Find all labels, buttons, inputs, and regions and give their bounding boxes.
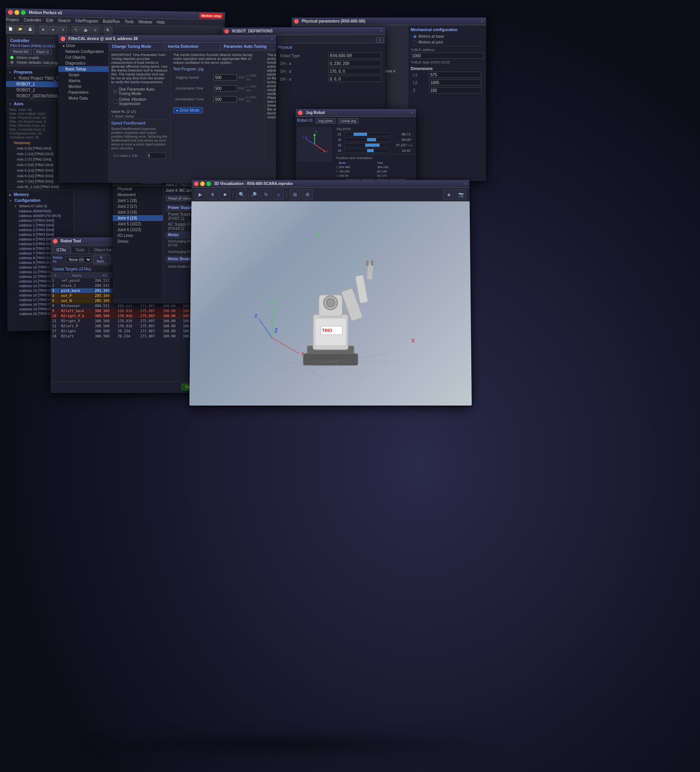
- tab-gtas[interactable]: GTAs: [52, 246, 70, 253]
- tuning-alarms[interactable]: Alarms: [58, 78, 108, 84]
- drives-physical[interactable]: Physical: [113, 186, 163, 192]
- ethercat-item[interactable]: ▼ EtherCAT (Slot 0): [7, 203, 74, 209]
- toolbar-play[interactable]: ▶: [39, 25, 48, 33]
- vp-view-btn[interactable]: ◈: [443, 189, 454, 200]
- addr-0[interactable]: Address 0 [TRIO DX4]: [7, 218, 73, 223]
- toolbar-pause[interactable]: ⏸: [58, 26, 67, 34]
- menu-controller[interactable]: Controller: [24, 18, 41, 23]
- linear-jog-btn[interactable]: Linear jog: [338, 118, 359, 124]
- close-btn[interactable]: [53, 239, 58, 244]
- tuning-scope[interactable]: Scope: [58, 72, 108, 78]
- close-btn[interactable]: [61, 37, 65, 41]
- motor-base-radio[interactable]: [413, 35, 417, 39]
- l1-input[interactable]: [429, 72, 481, 78]
- close-btn[interactable]: [194, 181, 199, 186]
- drive-mode-btn[interactable]: ▸ Drive Mode: [173, 107, 203, 114]
- read-all-btn[interactable]: Read All Values: [166, 196, 196, 201]
- config-section[interactable]: ▼ Configuration: [7, 197, 74, 204]
- vp-zoom-out-btn[interactable]: 🔎: [248, 189, 259, 200]
- flash-btn[interactable]: Flash O: [33, 49, 52, 55]
- tuning-drive[interactable]: ▸ Drive: [58, 43, 108, 49]
- vp-settings-btn[interactable]: ⚙: [302, 189, 313, 200]
- drives-j1[interactable]: Joint 1 (18): [113, 198, 163, 204]
- vp-home-btn[interactable]: ⌂: [273, 189, 284, 200]
- tab-tools[interactable]: Tools: [71, 246, 89, 253]
- motion-enable-label[interactable]: Motion enable: [17, 56, 39, 60]
- dh-a-input[interactable]: [328, 60, 382, 66]
- one-param-cb[interactable]: [114, 89, 117, 93]
- j4-slider[interactable]: [344, 149, 390, 153]
- memory-section[interactable]: ▶ Memory: [7, 191, 74, 198]
- tuning-colobjects[interactable]: Col Objects: [58, 54, 108, 60]
- min-btn[interactable]: [200, 181, 205, 186]
- menu-tools[interactable]: Tools: [124, 19, 133, 24]
- tuning-params[interactable]: Parameters: [58, 89, 108, 95]
- online-vib-cb[interactable]: [114, 100, 117, 104]
- menu-window[interactable]: Window: [138, 20, 152, 25]
- drives-j2[interactable]: Joint 2 (17): [113, 204, 163, 209]
- drives-drives[interactable]: Drives: [113, 239, 163, 244]
- jog-speed-input[interactable]: [214, 74, 237, 81]
- menu-fileprogram[interactable]: File/Program: [75, 19, 98, 23]
- vp-pause-btn[interactable]: ⏸: [207, 189, 218, 200]
- drives-j3[interactable]: Joint 3 (18): [113, 209, 163, 215]
- toolbar-robot[interactable]: 🤖: [81, 26, 90, 34]
- vp-camera-btn[interactable]: 📷: [456, 189, 467, 200]
- drives-j6[interactable]: Joint 6 (1023): [113, 227, 163, 233]
- toolbar-settings[interactable]: ⚙: [91, 26, 99, 34]
- min-btn[interactable]: [14, 10, 19, 15]
- menu-help[interactable]: Help: [157, 20, 164, 25]
- menu-buildrun[interactable]: Build/Run: [103, 19, 120, 24]
- motor-joint-radio[interactable]: [413, 40, 417, 44]
- addr-3000b[interactable]: Address 3000(P179 AIN 8): [7, 213, 73, 218]
- z-input[interactable]: [429, 87, 481, 93]
- drives-j4[interactable]: Joint 4 (19): [113, 215, 163, 221]
- tuning-network[interactable]: Network Configuration: [58, 49, 108, 54]
- menu-edit[interactable]: Edit: [46, 18, 53, 23]
- toolbar-stop[interactable]: ■: [49, 26, 58, 34]
- tuning-monitor[interactable]: Monitor: [58, 84, 108, 89]
- vp-play-btn[interactable]: ▶: [194, 189, 205, 200]
- dec-time-input[interactable]: [214, 96, 237, 102]
- tuning-basic[interactable]: Basic Setup: [58, 66, 108, 72]
- vp-zoom-in-btn[interactable]: 🔍: [236, 189, 247, 200]
- j2-slider[interactable]: [344, 138, 390, 142]
- dh-d-input[interactable]: [328, 68, 382, 74]
- max-btn[interactable]: [206, 181, 211, 186]
- menu-search[interactable]: Search: [58, 18, 71, 23]
- robot-type-input[interactable]: [328, 52, 382, 59]
- tech-btn[interactable]: ↻ Tech...: [93, 255, 110, 264]
- j3-slider[interactable]: [344, 143, 386, 147]
- drives-j5[interactable]: Joint 5 (1022): [113, 221, 163, 227]
- jog-close[interactable]: ✕: [411, 111, 414, 115]
- viewport-3d[interactable]: X Y Z TRIO: [189, 202, 472, 406]
- close-btn[interactable]: [8, 10, 13, 15]
- speed-ff-input[interactable]: [146, 153, 166, 159]
- max-btn[interactable]: [21, 10, 26, 15]
- jog-joints-btn[interactable]: Jog joints: [315, 118, 336, 124]
- vp-stop-btn[interactable]: ■: [219, 189, 230, 200]
- rt-robot-select[interactable]: None (0): [66, 256, 92, 263]
- tuning-motordata[interactable]: Motor Data: [58, 95, 108, 101]
- close-btn[interactable]: [224, 29, 229, 33]
- toolbar-new[interactable]: 📄: [6, 25, 15, 33]
- close-btn[interactable]: [298, 111, 303, 115]
- reset-mc-btn[interactable]: Reset MC: [10, 49, 32, 54]
- toolbar-open[interactable]: 📂: [16, 25, 25, 33]
- j1-slider[interactable]: [344, 132, 390, 136]
- l2-input[interactable]: [429, 79, 481, 86]
- toolbar-save[interactable]: 💾: [26, 25, 35, 33]
- axis-ri-item[interactable]: Axis RI_1 (16) [TRIO DX4]: [7, 184, 74, 189]
- vp-rotate-btn[interactable]: ↻: [261, 189, 271, 200]
- toolbar-search[interactable]: 🔍: [104, 26, 112, 35]
- tuning-diag[interactable]: Diagnostics: [58, 60, 108, 66]
- toolbar-connect[interactable]: 🔌: [72, 26, 80, 34]
- vp-grid-btn[interactable]: ⊞: [290, 189, 301, 200]
- phys-close[interactable]: ✕: [481, 19, 484, 23]
- menu-project[interactable]: Project: [6, 18, 19, 22]
- dh-alpha-input[interactable]: [328, 75, 382, 82]
- drives-io[interactable]: I/O Lines: [113, 233, 163, 239]
- addr-1[interactable]: Address 1 [TRIO DX4]: [7, 223, 73, 228]
- master-label[interactable]: Master defaults: [17, 60, 41, 65]
- addr-3000a[interactable]: Address 3000(P600): [7, 209, 73, 214]
